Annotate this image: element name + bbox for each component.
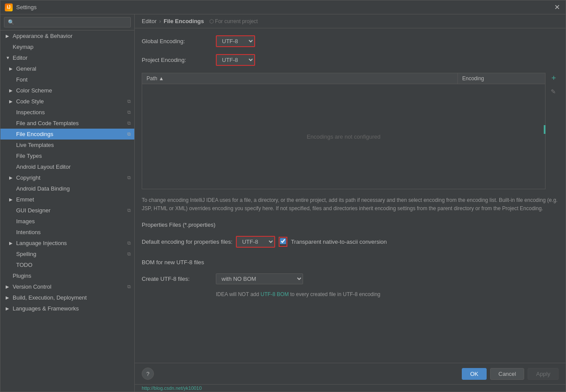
cancel-button[interactable]: Cancel: [490, 368, 524, 380]
bom-row: Create UTF-8 files: with NO BOM with BOM: [142, 273, 559, 284]
sidebar-item-plugins[interactable]: Plugins: [0, 270, 134, 281]
utf8-bom-link[interactable]: UTF-8 BOM: [260, 291, 289, 297]
sidebar-item-spelling[interactable]: Spelling ⧉: [0, 249, 134, 259]
sidebar-item-file-types[interactable]: File Types: [0, 150, 134, 161]
sidebar-item-label: Images: [16, 218, 35, 225]
sidebar-item-android-layout-editor[interactable]: Android Layout Editor: [0, 161, 134, 172]
sidebar-item-label: File Encodings: [16, 131, 53, 137]
default-encoding-label: Default encoding for properties files:: [142, 239, 232, 245]
sidebar-item-keymap[interactable]: Keymap: [0, 41, 134, 52]
properties-section-title: Properties Files (*.properties): [142, 222, 559, 228]
ok-button[interactable]: OK: [462, 368, 487, 380]
properties-encoding-row: Default encoding for properties files: U…: [142, 236, 559, 248]
sidebar-item-emmet[interactable]: ▶ Emmet: [0, 194, 134, 205]
search-input[interactable]: [4, 17, 131, 27]
bom-select[interactable]: with NO BOM with BOM: [216, 273, 303, 284]
sidebar-item-label: General: [16, 65, 36, 72]
sidebar-item-version-control[interactable]: ▶ Version Control ⧉: [0, 281, 134, 292]
sidebar-item-live-templates[interactable]: Live Templates: [0, 140, 134, 150]
project-encoding-select[interactable]: UTF-8: [216, 54, 255, 66]
sidebar-item-images[interactable]: Images: [0, 216, 134, 227]
bom-note: IDEA will NOT add UTF-8 BOM to every cre…: [216, 291, 559, 297]
expand-arrow: ▶: [9, 66, 14, 71]
main-panel: Editor › File Encodings ⬡ For current pr…: [135, 14, 566, 392]
expand-arrow: ▶: [6, 306, 11, 311]
bottom-bar: ? OK Cancel Apply: [135, 363, 566, 384]
global-encoding-label: Global Encoding:: [142, 38, 211, 44]
sidebar-item-label: Live Templates: [16, 142, 54, 148]
help-button[interactable]: ?: [142, 368, 154, 380]
breadcrumb-parent: Editor: [142, 18, 157, 24]
breadcrumb-current: File Encodings: [164, 18, 204, 24]
expand-arrow: ▶: [6, 34, 11, 38]
breadcrumb-project-note: ⬡ For current project: [209, 18, 258, 24]
sidebar-item-label: Android Data Binding: [16, 185, 70, 192]
copy-icon: ⧉: [127, 109, 131, 115]
sidebar-item-label: TODO: [16, 262, 32, 268]
sidebar-item-android-data-binding[interactable]: Android Data Binding: [0, 183, 134, 194]
sidebar-item-color-scheme[interactable]: ▶ Color Scheme: [0, 85, 134, 96]
sidebar-item-file-encodings[interactable]: File Encodings ⧉: [0, 129, 134, 140]
sidebar-item-label: Copyright: [16, 174, 41, 181]
copy-icon: ⧉: [127, 131, 131, 137]
sidebar-item-label: Intentions: [16, 229, 41, 235]
sidebar-item-languages-frameworks[interactable]: ▶ Languages & Frameworks: [0, 303, 134, 314]
bom-section-title: BOM for new UTF-8 files: [142, 259, 559, 266]
sidebar-item-general[interactable]: ▶ General: [0, 63, 134, 74]
copy-icon: ⧉: [127, 175, 131, 181]
sidebar-item-label: Version Control: [13, 283, 51, 290]
settings-dialog: IJ Settings ✕ ▶ Appearance & Behavior Ke…: [0, 0, 566, 392]
sidebar-item-code-style[interactable]: ▶ Code Style ⧉: [0, 96, 134, 107]
sidebar-item-build-execution[interactable]: ▶ Build, Execution, Deployment: [0, 292, 134, 303]
copy-icon: ⧉: [127, 120, 131, 126]
table-col-encoding: Encoding: [458, 73, 545, 84]
sidebar-item-inspections[interactable]: Inspections ⧉: [0, 107, 134, 118]
transparent-label: Transparent native-to-ascii conversion: [291, 239, 387, 245]
close-button[interactable]: ✕: [552, 3, 561, 12]
edit-icon[interactable]: ✎: [551, 88, 556, 95]
sidebar-item-label: Build, Execution, Deployment: [13, 294, 87, 301]
expand-arrow: ▶: [6, 295, 11, 300]
sidebar-item-label: Font: [16, 76, 27, 83]
sidebar-item-label: Android Layout Editor: [16, 164, 71, 170]
expand-arrow: ▶: [9, 88, 14, 93]
sidebar-item-label: File and Code Templates: [16, 120, 79, 126]
sidebar-item-label: Inspections: [16, 109, 45, 116]
dialog-title: Settings: [16, 4, 37, 10]
sidebar-item-label: Editor: [13, 55, 27, 61]
add-encoding-button[interactable]: +: [551, 74, 556, 83]
title-bar-left: IJ Settings: [5, 3, 37, 11]
sidebar-item-language-injections[interactable]: ▶ Language Injections ⧉: [0, 238, 134, 249]
sidebar-item-gui-designer[interactable]: GUI Designer ⧉: [0, 205, 134, 216]
create-utf8-label: Create UTF-8 files:: [142, 276, 211, 282]
table-empty-text: Encodings are not configured: [307, 133, 380, 140]
sidebar: ▶ Appearance & Behavior Keymap ▼ Editor …: [0, 14, 135, 392]
sidebar-item-editor[interactable]: ▼ Editor: [0, 52, 134, 63]
sidebar-item-label: Keymap: [13, 44, 34, 50]
transparent-checkbox[interactable]: [280, 238, 286, 244]
sidebar-item-todo[interactable]: TODO: [0, 259, 134, 270]
app-icon: IJ: [5, 3, 13, 11]
copy-icon: ⧉: [127, 208, 131, 213]
default-encoding-select[interactable]: UTF-8: [236, 236, 275, 248]
encoding-info-text: To change encoding IntelliJ IDEA uses fo…: [142, 196, 559, 213]
breadcrumb: Editor › File Encodings ⬡ For current pr…: [135, 14, 566, 28]
copy-icon: ⧉: [127, 251, 131, 257]
sidebar-item-file-code-templates[interactable]: File and Code Templates ⧉: [0, 118, 134, 129]
sidebar-item-label: File Types: [16, 153, 42, 159]
bom-note-suffix: to every created file in UTF-8 encoding: [290, 291, 381, 297]
sidebar-item-copyright[interactable]: ▶ Copyright ⧉: [0, 172, 134, 183]
bom-note-prefix: IDEA will NOT add: [216, 291, 260, 297]
project-encoding-row: Project Encoding: UTF-8: [142, 54, 559, 66]
expand-arrow: ▶: [9, 241, 14, 245]
encoding-table: Path ▲ Encoding Encodings are not config…: [142, 73, 546, 189]
sidebar-item-intentions[interactable]: Intentions: [0, 227, 134, 238]
green-indicator: [544, 125, 546, 134]
copy-icon: ⧉: [127, 240, 131, 246]
sidebar-item-font[interactable]: Font: [0, 74, 134, 85]
apply-button[interactable]: Apply: [528, 368, 559, 380]
global-encoding-row: Global Encoding: UTF-8: [142, 35, 559, 47]
sidebar-item-label: Color Scheme: [16, 87, 52, 94]
sidebar-item-appearance[interactable]: ▶ Appearance & Behavior: [0, 31, 134, 41]
global-encoding-select[interactable]: UTF-8: [216, 35, 255, 47]
